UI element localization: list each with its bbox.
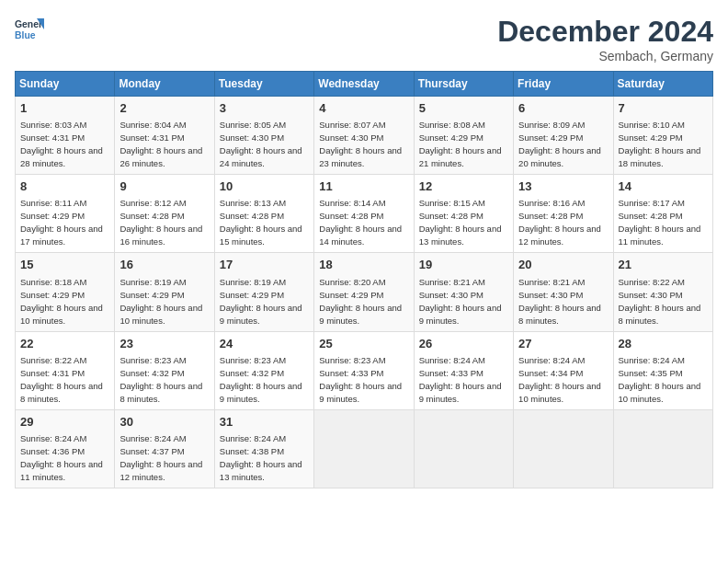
- day-header-saturday: Saturday: [613, 72, 712, 97]
- cell-content: Sunrise: 8:23 AMSunset: 4:32 PMDaylight:…: [220, 355, 302, 404]
- calendar-cell: 18 Sunrise: 8:20 AMSunset: 4:29 PMDaylig…: [314, 253, 414, 331]
- logo-icon: General Blue: [15, 15, 44, 44]
- calendar-cell: 21 Sunrise: 8:22 AMSunset: 4:30 PMDaylig…: [613, 253, 712, 331]
- calendar-cell: 8 Sunrise: 8:11 AMSunset: 4:29 PMDayligh…: [16, 175, 115, 253]
- month-title: December 2024: [497, 15, 713, 49]
- day-header-friday: Friday: [514, 72, 613, 97]
- cell-content: Sunrise: 8:11 AMSunset: 4:29 PMDaylight:…: [20, 198, 103, 247]
- day-number: 22: [20, 336, 109, 352]
- week-row-3: 15 Sunrise: 8:18 AMSunset: 4:29 PMDaylig…: [16, 253, 713, 331]
- day-header-wednesday: Wednesday: [314, 72, 414, 97]
- cell-content: Sunrise: 8:17 AMSunset: 4:28 PMDaylight:…: [619, 198, 701, 247]
- title-block: December 2024 Sembach, Germany: [497, 15, 713, 63]
- days-header-row: SundayMondayTuesdayWednesdayThursdayFrid…: [16, 72, 713, 97]
- day-number: 21: [619, 257, 708, 273]
- cell-content: Sunrise: 8:14 AMSunset: 4:28 PMDaylight:…: [319, 198, 402, 247]
- cell-content: Sunrise: 8:13 AMSunset: 4:28 PMDaylight:…: [220, 198, 302, 247]
- cell-content: Sunrise: 8:15 AMSunset: 4:28 PMDaylight:…: [419, 198, 502, 247]
- calendar-cell: 25 Sunrise: 8:23 AMSunset: 4:33 PMDaylig…: [314, 331, 414, 409]
- cell-content: Sunrise: 8:09 AMSunset: 4:29 PMDaylight:…: [518, 120, 601, 168]
- calendar-cell: 29 Sunrise: 8:24 AMSunset: 4:36 PMDaylig…: [16, 409, 115, 488]
- cell-content: Sunrise: 8:24 AMSunset: 4:36 PMDaylight:…: [20, 433, 103, 482]
- calendar-cell: 5 Sunrise: 8:08 AMSunset: 4:29 PMDayligh…: [414, 97, 513, 175]
- calendar-cell: [314, 409, 414, 488]
- day-header-tuesday: Tuesday: [214, 72, 313, 97]
- calendar-cell: 23 Sunrise: 8:23 AMSunset: 4:32 PMDaylig…: [115, 331, 214, 409]
- cell-content: Sunrise: 8:24 AMSunset: 4:34 PMDaylight:…: [518, 355, 601, 404]
- day-number: 3: [220, 100, 309, 117]
- calendar-cell: 20 Sunrise: 8:21 AMSunset: 4:30 PMDaylig…: [514, 253, 613, 331]
- day-number: 10: [220, 178, 309, 195]
- cell-content: Sunrise: 8:22 AMSunset: 4:31 PMDaylight:…: [20, 355, 103, 404]
- cell-content: Sunrise: 8:23 AMSunset: 4:32 PMDaylight:…: [119, 355, 202, 404]
- calendar-cell: 10 Sunrise: 8:13 AMSunset: 4:28 PMDaylig…: [214, 175, 313, 253]
- day-number: 7: [619, 100, 708, 117]
- calendar-cell: [514, 409, 613, 488]
- calendar-cell: 30 Sunrise: 8:24 AMSunset: 4:37 PMDaylig…: [115, 409, 214, 488]
- calendar-cell: 26 Sunrise: 8:24 AMSunset: 4:33 PMDaylig…: [414, 331, 513, 409]
- calendar-cell: 28 Sunrise: 8:24 AMSunset: 4:35 PMDaylig…: [613, 331, 712, 409]
- calendar-cell: 24 Sunrise: 8:23 AMSunset: 4:32 PMDaylig…: [214, 331, 313, 409]
- cell-content: Sunrise: 8:24 AMSunset: 4:37 PMDaylight:…: [119, 433, 202, 482]
- day-number: 9: [119, 178, 209, 195]
- cell-content: Sunrise: 8:24 AMSunset: 4:38 PMDaylight:…: [220, 433, 302, 482]
- calendar-cell: 13 Sunrise: 8:16 AMSunset: 4:28 PMDaylig…: [514, 175, 613, 253]
- calendar-cell: 19 Sunrise: 8:21 AMSunset: 4:30 PMDaylig…: [414, 253, 513, 331]
- cell-content: Sunrise: 8:23 AMSunset: 4:33 PMDaylight:…: [319, 355, 402, 404]
- cell-content: Sunrise: 8:04 AMSunset: 4:31 PMDaylight:…: [119, 120, 202, 168]
- cell-content: Sunrise: 8:19 AMSunset: 4:29 PMDaylight:…: [119, 277, 202, 326]
- day-number: 25: [319, 336, 408, 352]
- cell-content: Sunrise: 8:03 AMSunset: 4:31 PMDaylight:…: [20, 120, 103, 168]
- cell-content: Sunrise: 8:05 AMSunset: 4:30 PMDaylight:…: [220, 120, 302, 168]
- cell-content: Sunrise: 8:20 AMSunset: 4:29 PMDaylight:…: [319, 277, 402, 326]
- calendar-cell: 17 Sunrise: 8:19 AMSunset: 4:29 PMDaylig…: [214, 253, 313, 331]
- day-number: 18: [319, 257, 408, 273]
- calendar-table: SundayMondayTuesdayWednesdayThursdayFrid…: [15, 71, 713, 488]
- calendar-cell: 16 Sunrise: 8:19 AMSunset: 4:29 PMDaylig…: [115, 253, 214, 331]
- calendar-cell: 31 Sunrise: 8:24 AMSunset: 4:38 PMDaylig…: [214, 409, 313, 488]
- location: Sembach, Germany: [497, 49, 713, 63]
- day-number: 11: [319, 178, 408, 195]
- calendar-cell: 3 Sunrise: 8:05 AMSunset: 4:30 PMDayligh…: [214, 97, 313, 175]
- calendar-cell: [613, 409, 712, 488]
- day-header-sunday: Sunday: [16, 72, 115, 97]
- cell-content: Sunrise: 8:19 AMSunset: 4:29 PMDaylight:…: [220, 277, 302, 326]
- day-number: 16: [119, 257, 209, 273]
- cell-content: Sunrise: 8:08 AMSunset: 4:29 PMDaylight:…: [419, 120, 502, 168]
- calendar-cell: 6 Sunrise: 8:09 AMSunset: 4:29 PMDayligh…: [514, 97, 613, 175]
- day-number: 26: [419, 336, 508, 352]
- day-number: 27: [518, 336, 608, 352]
- calendar-cell: 2 Sunrise: 8:04 AMSunset: 4:31 PMDayligh…: [115, 97, 214, 175]
- calendar-cell: [414, 409, 513, 488]
- calendar-cell: 1 Sunrise: 8:03 AMSunset: 4:31 PMDayligh…: [16, 97, 115, 175]
- cell-content: Sunrise: 8:22 AMSunset: 4:30 PMDaylight:…: [619, 277, 701, 326]
- calendar-cell: 27 Sunrise: 8:24 AMSunset: 4:34 PMDaylig…: [514, 331, 613, 409]
- day-number: 14: [619, 178, 708, 195]
- cell-content: Sunrise: 8:21 AMSunset: 4:30 PMDaylight:…: [518, 277, 601, 326]
- day-number: 12: [419, 178, 508, 195]
- week-row-2: 8 Sunrise: 8:11 AMSunset: 4:29 PMDayligh…: [16, 175, 713, 253]
- calendar-cell: 22 Sunrise: 8:22 AMSunset: 4:31 PMDaylig…: [16, 331, 115, 409]
- day-number: 23: [119, 336, 209, 352]
- calendar-cell: 9 Sunrise: 8:12 AMSunset: 4:28 PMDayligh…: [115, 175, 214, 253]
- day-number: 6: [518, 100, 608, 117]
- day-number: 17: [220, 257, 309, 273]
- day-number: 29: [20, 414, 109, 431]
- day-number: 2: [119, 100, 209, 117]
- day-number: 24: [220, 336, 309, 352]
- calendar-cell: 14 Sunrise: 8:17 AMSunset: 4:28 PMDaylig…: [613, 175, 712, 253]
- week-row-4: 22 Sunrise: 8:22 AMSunset: 4:31 PMDaylig…: [16, 331, 713, 409]
- day-number: 4: [319, 100, 408, 117]
- calendar-cell: 11 Sunrise: 8:14 AMSunset: 4:28 PMDaylig…: [314, 175, 414, 253]
- week-row-1: 1 Sunrise: 8:03 AMSunset: 4:31 PMDayligh…: [16, 97, 713, 175]
- calendar-cell: 12 Sunrise: 8:15 AMSunset: 4:28 PMDaylig…: [414, 175, 513, 253]
- day-number: 28: [619, 336, 708, 352]
- day-number: 5: [419, 100, 508, 117]
- logo: General Blue: [15, 15, 44, 44]
- calendar-cell: 7 Sunrise: 8:10 AMSunset: 4:29 PMDayligh…: [613, 97, 712, 175]
- cell-content: Sunrise: 8:12 AMSunset: 4:28 PMDaylight:…: [119, 198, 202, 247]
- cell-content: Sunrise: 8:21 AMSunset: 4:30 PMDaylight:…: [419, 277, 502, 326]
- cell-content: Sunrise: 8:10 AMSunset: 4:29 PMDaylight:…: [619, 120, 701, 168]
- page-header: General Blue December 2024 Sembach, Germ…: [15, 15, 713, 63]
- day-header-thursday: Thursday: [414, 72, 513, 97]
